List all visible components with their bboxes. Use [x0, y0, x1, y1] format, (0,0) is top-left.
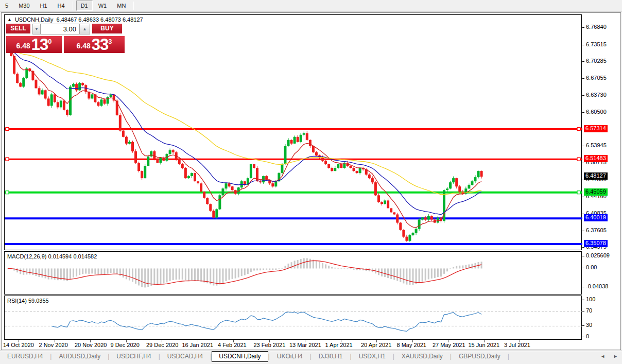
rsi-tick-label: 70 — [586, 307, 592, 314]
timeframe-button-mn[interactable]: MN — [112, 1, 130, 11]
timeframe-button-w1[interactable]: W1 — [94, 1, 112, 11]
date-label: 2 Nov 2020 — [39, 342, 68, 348]
date-label: 1 Apr 2021 — [325, 342, 353, 348]
rsi-tick-mark — [582, 300, 584, 300]
rsi-tick-label: 30 — [586, 322, 592, 328]
tab-separator: | — [508, 351, 509, 361]
rsi-tick-label: 100 — [586, 296, 595, 302]
price-tick-label: 6.63730 — [586, 92, 607, 98]
tab-usdchf-h4[interactable]: USDCHF,H4 — [109, 351, 158, 362]
date-label: 23 Feb 2021 — [254, 342, 286, 348]
timeframe-toolbar: 5M30H1H4D1W1MN — [0, 0, 622, 12]
tab-usdcnh-daily[interactable]: USDCNH,Daily — [212, 351, 268, 362]
rsi-canvas — [5, 296, 582, 340]
rsi-tick-mark — [582, 311, 584, 311]
tab-eurusd-h4[interactable]: EURUSD,H4 — [0, 351, 50, 362]
macd-tick-label: 0.00 — [586, 264, 597, 270]
buy-price-display[interactable]: 6.48 33 3 — [64, 36, 125, 53]
tab-audusd-daily[interactable]: AUDUSD,Daily — [51, 351, 108, 362]
tab-usdx-h1[interactable]: USDX,H1 — [352, 351, 393, 362]
buy-button[interactable]: BUY — [92, 24, 122, 34]
sell-price-display[interactable]: 6.48 13 0 — [6, 36, 62, 53]
date-label: 16 Jan 2021 — [182, 342, 214, 348]
sell-price-sup: 0 — [48, 39, 51, 45]
tab-scroll-left-icon[interactable]: ◄ — [596, 351, 609, 361]
sell-button[interactable]: SELL — [6, 24, 30, 34]
buy-price-small: 6.48 — [77, 40, 91, 52]
price-tick-mark — [582, 95, 584, 96]
chart-tab-bar: EURUSD,H4|AUDUSD,Daily|USDCHF,H4|USDCAD,… — [0, 351, 622, 364]
timeframe-button-m30[interactable]: M30 — [14, 1, 34, 11]
date-label: 4 Feb 2021 — [218, 342, 247, 348]
price-tick-mark — [582, 112, 584, 113]
price-axis[interactable]: 6.768406.735156.702856.670556.637306.605… — [582, 14, 620, 350]
collapse-triangle-icon[interactable]: ▲ — [7, 17, 12, 22]
date-axis[interactable]: 14 Oct 20202 Nov 202020 Nov 20209 Dec 20… — [3, 340, 582, 350]
rsi-title: RSI(14) 59.0355 — [7, 298, 49, 304]
tab-scroll-right-icon[interactable]: ► — [609, 351, 622, 361]
ma-mid — [8, 50, 482, 215]
volume-input[interactable]: 3.00 — [41, 24, 79, 34]
volume-decrease-button[interactable]: ▼ — [32, 24, 41, 34]
date-label: 20 Apr 2021 — [361, 342, 391, 348]
price-tick-label: 6.70285 — [586, 58, 607, 64]
macd-indicator-panel[interactable]: MACD(12,26,9) 0.014594 0.014582 — [4, 251, 582, 294]
level-price-label: 6.35078 — [584, 240, 608, 247]
macd-title: MACD(12,26,9) 0.014594 0.014582 — [7, 253, 97, 259]
macd-tick-mark — [582, 268, 584, 268]
buy-price-sup: 3 — [108, 39, 112, 45]
macd-tick-mark — [582, 256, 584, 256]
rsi-tick-label: 0 — [586, 333, 589, 339]
tab-xauusd-daily[interactable]: XAUUSD,Daily — [394, 351, 450, 362]
level-price-label: 6.40019 — [584, 214, 608, 221]
price-tick-label: 6.53945 — [586, 142, 607, 148]
price-tick-mark — [582, 27, 584, 28]
price-tick-label: 6.67055 — [586, 75, 607, 81]
price-chart-panel[interactable]: ▲ USDCNH,Daily 6.48467 6.48633 6.48073 6… — [4, 14, 582, 250]
macd-histogram — [7, 258, 482, 288]
chart-window: ▲ USDCNH,Daily 6.48467 6.48633 6.48073 6… — [1, 12, 621, 350]
price-tick-label: 6.60500 — [586, 109, 607, 115]
ma-slow — [8, 50, 482, 195]
candles — [7, 45, 483, 242]
price-tick-mark — [582, 78, 584, 79]
level-price-label: 6.51483 — [584, 155, 608, 162]
volume-increase-button[interactable]: ▲ — [79, 24, 90, 34]
date-label: 13 Mar 2021 — [289, 342, 321, 348]
price-tick-mark — [582, 146, 584, 146]
timeframe-button-5[interactable]: 5 — [1, 1, 13, 11]
rsi-tick-mark — [582, 325, 584, 326]
macd-tick-label: 0.025609 — [586, 252, 610, 258]
date-label: 3 Jul 2021 — [504, 342, 530, 348]
date-label: 9 Dec 2020 — [111, 342, 140, 348]
price-tick-label: 6.76840 — [586, 24, 607, 30]
price-tick-mark — [582, 163, 584, 163]
tab-usdcad-h4[interactable]: USDCAD,H4 — [160, 351, 210, 362]
price-tick-mark — [582, 197, 584, 197]
price-tick-mark — [582, 45, 584, 45]
macd-tick-mark — [582, 287, 584, 287]
rsi-indicator-panel[interactable]: RSI(14) 59.0355 — [4, 296, 582, 340]
rsi-tick-mark — [582, 337, 584, 337]
price-tick-label: 6.73515 — [586, 41, 607, 47]
price-tick-label: 6.37605 — [586, 227, 607, 233]
tab-gbpusd-daily[interactable]: GBPUSD,Daily — [452, 351, 508, 362]
level-price-label: 6.57314 — [584, 125, 608, 132]
sell-price-big: 13 — [31, 37, 48, 52]
ma-fast — [8, 50, 482, 228]
tab-dj30-h1[interactable]: DJ30,H1 — [312, 351, 350, 362]
price-tick-mark — [582, 247, 584, 248]
sell-price-small: 6.48 — [16, 40, 30, 52]
bid-price-label: 6.48127 — [584, 172, 608, 180]
date-label: 27 May 2021 — [433, 342, 465, 348]
date-label: 15 Jun 2021 — [469, 342, 500, 348]
date-label: 14 Oct 2020 — [3, 342, 34, 348]
tab-ukoil-h4[interactable]: UKOil,H4 — [270, 351, 310, 362]
price-tick-mark — [582, 180, 584, 180]
timeframe-button-h4[interactable]: H4 — [53, 1, 70, 11]
timeframe-button-h1[interactable]: H1 — [36, 1, 52, 11]
buy-price-big: 33 — [92, 37, 108, 52]
timeframe-button-d1[interactable]: D1 — [76, 1, 93, 11]
one-click-trading-panel: SELL ▼ 3.00 ▲ BUY 6.48 13 0 6.48 33 3 — [6, 22, 125, 54]
rsi-line — [51, 312, 481, 332]
